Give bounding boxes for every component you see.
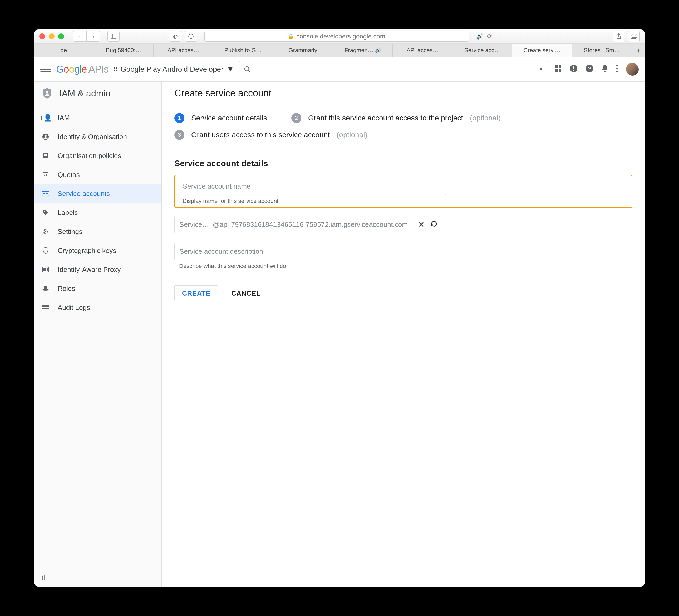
service-account-email-row: Service… @api-7976831618413465116-759572… [174,216,443,233]
browser-tab[interactable]: API acces… [154,44,213,57]
sidebar-title: IAM & admin [59,88,110,98]
iam-shield-icon [41,88,53,99]
email-domain: @api-7976831618413465116-759572.iam.gser… [213,220,415,229]
browser-tab[interactable]: API acces… [393,44,452,57]
browser-tab[interactable]: Publish to G… [213,44,273,57]
share-icon [616,33,621,39]
google-apis-logo[interactable]: Google APIs [56,64,108,75]
maximize-window-button[interactable] [58,33,64,39]
cancel-button[interactable]: CANCEL [226,285,266,301]
search-icon [239,66,255,73]
forward-button[interactable]: › [87,31,100,42]
top-icons: ? [554,63,639,75]
step-1: 1 Service account details 2 Grant this s… [174,113,518,123]
browser-tab[interactable]: Fragmen…🔊 [333,44,393,57]
close-window-button[interactable] [39,33,45,39]
step-2-label: Grant this service account access to the… [308,114,463,122]
gift-icon[interactable] [554,65,562,74]
create-button[interactable]: CREATE [174,285,218,301]
optional-label: (optional) [470,114,501,122]
sidebar-item-iam[interactable]: +👤IAM [34,108,161,127]
browser-tab[interactable]: Service acc… [452,44,512,57]
extension-button-2[interactable]: ⓘ [185,31,197,42]
service-account-name-input[interactable] [178,178,446,195]
button-row: CREATE CANCEL [174,285,633,301]
extension-button-1[interactable]: ◐ [169,31,181,42]
alert-icon[interactable] [570,65,578,74]
svg-point-20 [616,65,618,66]
search-input[interactable] [255,65,533,73]
svg-rect-40 [45,269,46,271]
sidebar-item-settings[interactable]: ⚙Settings [34,222,161,241]
highlighted-field: Display name for this service account [174,175,633,208]
quota-icon [41,172,50,178]
browser-tab[interactable]: Bug 59400:… [94,44,154,57]
account-circle-icon [41,133,50,140]
svg-rect-27 [44,154,47,155]
sidebar-item-crypto-keys[interactable]: Cryptographic keys [34,241,161,260]
new-tab-button[interactable]: ＋ [632,44,645,57]
svg-rect-32 [46,174,47,176]
menu-button[interactable] [40,64,51,74]
url-bar[interactable]: 🔒 console.developers.google.com [204,31,469,42]
step-separator [274,118,285,118]
share-button[interactable] [613,31,624,42]
page-title: Create service account [174,88,271,99]
svg-rect-28 [44,155,47,156]
form-section: Service account details Display name for… [162,149,645,311]
svg-rect-46 [42,310,46,310]
step-number-2: 2 [291,113,301,123]
tabs-overview-button[interactable] [628,31,640,42]
sidebar-item-iap[interactable]: Identity-Aware Proxy [34,260,161,279]
optional-label: (optional) [336,131,367,139]
gcp-body: IAM & admin +👤IAM Identity & Organisatio… [34,82,645,587]
project-selector[interactable]: Google Play Android Developer ▼ [114,65,234,73]
audio-icon: 🔊 [375,48,381,53]
sidebar-item-audit-logs[interactable]: Audit Logs [34,298,161,317]
avatar[interactable] [626,63,639,75]
svg-rect-45 [42,308,49,309]
browser-tab-active[interactable]: Create servi… [512,44,572,57]
sidebar-item-orgpolicies[interactable]: Organisation policies [34,146,161,165]
browser-tab[interactable]: de [34,44,94,57]
list-icon [41,305,50,310]
more-icon[interactable] [616,65,618,74]
service-account-description-input[interactable] [174,243,443,260]
page-title-bar: Create service account [162,82,645,105]
hat-icon [41,286,50,291]
reload-icon[interactable]: ⟳ [487,33,492,40]
person-add-icon: +👤 [41,114,50,122]
sidebar-toggle-button[interactable] [107,31,120,42]
svg-rect-39 [43,269,44,271]
svg-point-21 [616,68,618,69]
svg-rect-15 [573,66,574,69]
sidebar-item-service-accounts[interactable]: Service accounts [34,184,161,203]
titlebar: ‹ › ◐ ⓘ 🔒 console.developers.google.com … [34,29,645,44]
svg-rect-10 [555,65,557,68]
help-icon[interactable]: ? [585,65,593,74]
minimize-window-button[interactable] [49,33,55,39]
sidebar: IAM & admin +👤IAM Identity & Organisatio… [34,82,162,587]
nav-buttons: ‹ › [73,31,100,42]
sidebar-item-quotas[interactable]: Quotas [34,165,161,184]
iap-icon [41,267,50,272]
shield-icon [41,247,50,254]
svg-point-4 [114,67,116,69]
sidebar-item-identity[interactable]: Identity & Organisation [34,127,161,146]
browser-tab[interactable]: Stores · Sm… [572,44,632,57]
svg-rect-44 [42,306,49,307]
project-name: Google Play Android Developer [121,65,224,73]
svg-point-6 [114,69,116,71]
notifications-icon[interactable] [601,65,608,74]
sidebar-icon [110,34,117,39]
collapse-sidebar-button[interactable]: ⟨I [34,569,161,587]
section-title: Service account details [174,159,633,168]
clear-email-button[interactable]: ✕ [418,220,424,229]
refresh-email-button[interactable] [431,220,438,229]
sidebar-item-roles[interactable]: Roles [34,279,161,298]
back-button[interactable]: ‹ [73,31,87,42]
sidebar-item-labels[interactable]: Labels [34,203,161,222]
step-3: 3 Grant users access to this service acc… [174,130,633,140]
search-dropdown-button[interactable]: ▼ [533,67,549,72]
browser-tab[interactable]: Grammarly [273,44,333,57]
